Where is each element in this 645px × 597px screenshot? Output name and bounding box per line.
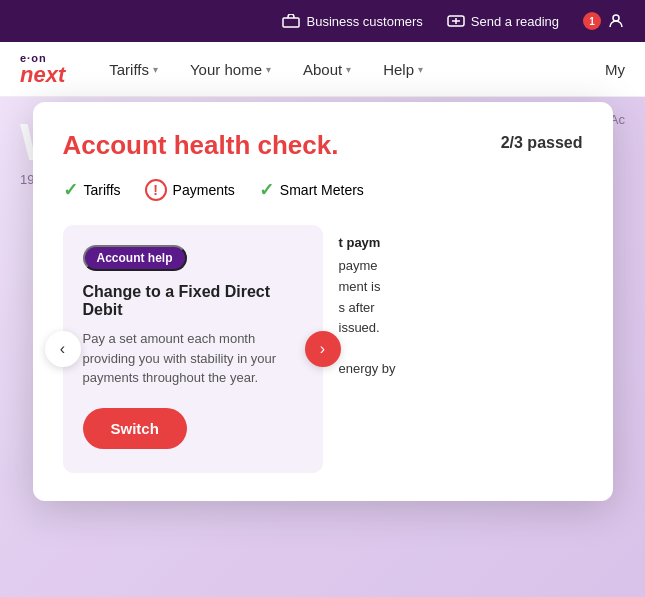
check-payments: ! Payments <box>145 179 235 201</box>
nav-about-label: About <box>303 61 342 78</box>
nav-your-home-label: Your home <box>190 61 262 78</box>
check-smart-meters: ✓ Smart Meters <box>259 179 364 201</box>
send-reading-link[interactable]: Send a reading <box>447 12 559 30</box>
next-arrow-button[interactable]: › <box>305 331 341 367</box>
nav-help[interactable]: Help ▾ <box>369 53 437 86</box>
health-check-modal: Account health check. 2/3 passed ✓ Tarif… <box>33 102 613 501</box>
logo-next-text: next <box>20 64 65 86</box>
nav-your-home[interactable]: Your home ▾ <box>176 53 285 86</box>
payment-next-label: t paym <box>339 235 583 250</box>
modal-overlay: Account health check. 2/3 passed ✓ Tarif… <box>0 97 645 597</box>
nav-my[interactable]: My <box>605 61 625 78</box>
energy-label: energy by <box>339 359 583 380</box>
meter-icon <box>447 12 465 30</box>
notification-link[interactable]: 1 <box>583 12 625 30</box>
check-tariffs-label: Tariffs <box>84 182 121 198</box>
check-pass-icon: ✓ <box>63 179 78 201</box>
card-description: Pay a set amount each month providing yo… <box>83 329 303 388</box>
modal-passed: 2/3 passed <box>501 130 583 152</box>
main-background: We 192 G... Ac Account health check. 2/3… <box>0 97 645 597</box>
modal-title: Account health check. <box>63 130 339 161</box>
nav-bar: e·on next Tariffs ▾ Your home ▾ About ▾ … <box>0 42 645 97</box>
prev-arrow-button[interactable]: ‹ <box>45 331 81 367</box>
logo[interactable]: e·on next <box>20 53 65 86</box>
check-tariffs: ✓ Tariffs <box>63 179 121 201</box>
business-customers-label: Business customers <box>306 14 422 29</box>
nav-help-label: Help <box>383 61 414 78</box>
payment-text-1: payme <box>339 256 583 277</box>
check-payments-label: Payments <box>173 182 235 198</box>
switch-button[interactable]: Switch <box>83 408 187 449</box>
business-icon <box>282 12 300 30</box>
chevron-down-icon: ▾ <box>153 64 158 75</box>
account-help-badge[interactable]: Account help <box>83 245 187 271</box>
top-bar: Business customers Send a reading 1 <box>0 0 645 42</box>
chevron-down-icon: ▾ <box>418 64 423 75</box>
account-icon <box>607 12 625 30</box>
check-items-row: ✓ Tariffs ! Payments ✓ Smart Meters <box>63 179 583 201</box>
card-title: Change to a Fixed Direct Debit <box>83 283 303 319</box>
nav-items: Tariffs ▾ Your home ▾ About ▾ Help ▾ <box>95 53 437 86</box>
payment-text-3: s after <box>339 298 583 319</box>
nav-tariffs-label: Tariffs <box>109 61 149 78</box>
account-help-card: Account help Change to a Fixed Direct De… <box>63 225 323 473</box>
check-warn-icon: ! <box>145 179 167 201</box>
send-reading-label: Send a reading <box>471 14 559 29</box>
payment-text-2: ment is <box>339 277 583 298</box>
chevron-down-icon: ▾ <box>266 64 271 75</box>
check-pass-icon-2: ✓ <box>259 179 274 201</box>
modal-header: Account health check. 2/3 passed <box>63 130 583 161</box>
chevron-down-icon: ▾ <box>346 64 351 75</box>
notification-badge: 1 <box>583 12 601 30</box>
nav-about[interactable]: About ▾ <box>289 53 365 86</box>
business-customers-link[interactable]: Business customers <box>282 12 422 30</box>
right-panel: t paym payme ment is s after issued. ene… <box>339 225 583 473</box>
payment-text-4: issued. <box>339 318 583 339</box>
nav-tariffs[interactable]: Tariffs ▾ <box>95 53 172 86</box>
card-row: Account help Change to a Fixed Direct De… <box>63 225 583 473</box>
check-smart-meters-label: Smart Meters <box>280 182 364 198</box>
svg-point-2 <box>613 15 619 21</box>
svg-rect-0 <box>283 18 299 27</box>
